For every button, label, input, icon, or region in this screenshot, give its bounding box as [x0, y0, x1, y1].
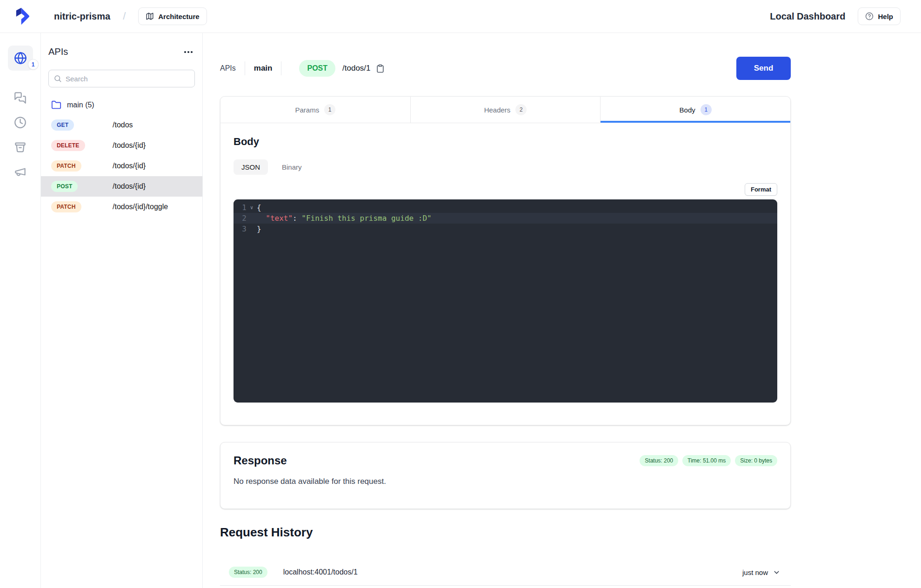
- endpoint-row-get-todos[interactable]: GET /todos: [41, 115, 202, 135]
- code-token: :: [293, 213, 301, 224]
- apis-count-badge: 1: [28, 59, 39, 70]
- breadcrumb-apis[interactable]: APIs: [220, 64, 236, 73]
- response-time-badge: Time: 51.00 ms: [682, 455, 731, 466]
- nitric-logo-icon: [11, 7, 30, 26]
- api-group-label: main (5): [67, 101, 94, 109]
- rail-item-apis[interactable]: 1: [8, 46, 33, 71]
- architecture-button[interactable]: Architecture: [138, 7, 207, 25]
- mode-json-button[interactable]: JSON: [234, 159, 268, 175]
- search-box: [48, 70, 195, 87]
- folder-icon: [51, 100, 61, 110]
- breadcrumb-divider: [281, 61, 281, 75]
- format-button[interactable]: Format: [745, 183, 777, 196]
- help-button[interactable]: Help: [858, 7, 901, 25]
- rail-item-topics[interactable]: [14, 165, 27, 178]
- clock-icon: [14, 116, 27, 129]
- request-method-badge: POST: [299, 60, 335, 77]
- chat-bubbles-icon: [14, 92, 27, 104]
- response-size-badge: Size: 0 bytes: [735, 455, 777, 466]
- line-number: 1: [234, 202, 247, 213]
- method-badge: POST: [51, 181, 78, 192]
- endpoint-path: /todos/{id}: [113, 182, 146, 191]
- response-empty-message: No response data available for this requ…: [234, 477, 777, 486]
- chevron-down-icon: [773, 568, 781, 576]
- rail-item-schedules[interactable]: [14, 116, 27, 129]
- ellipsis-icon: [184, 51, 193, 53]
- code-token: {: [257, 202, 261, 213]
- gutter-spacer: [247, 224, 257, 234]
- history-url: localhost:4001/todos/1: [283, 568, 358, 576]
- endpoint-path: /todos/{id}/toggle: [113, 203, 168, 211]
- tab-headers[interactable]: Headers 2: [411, 97, 601, 123]
- history-status-badge: Status: 200: [229, 567, 267, 578]
- rail-item-websockets[interactable]: [14, 92, 27, 104]
- mode-binary-button[interactable]: Binary: [282, 163, 302, 171]
- help-label: Help: [878, 13, 893, 20]
- method-badge: GET: [51, 119, 74, 131]
- endpoint-row-post-todo[interactable]: POST /todos/{id}: [41, 176, 202, 197]
- endpoint-row-delete-todo[interactable]: DELETE /todos/{id}: [41, 135, 202, 156]
- copy-path-button[interactable]: [376, 64, 385, 73]
- tab-body[interactable]: Body 1: [601, 97, 790, 123]
- icon-rail: 1: [0, 33, 41, 588]
- apis-sidebar: APIs main (5) GET /todos: [41, 33, 203, 588]
- request-tabs: Params 1 Headers 2 Body 1: [220, 97, 790, 123]
- endpoint-path: /todos/{id}: [113, 141, 146, 150]
- sidebar-menu-button[interactable]: [182, 49, 195, 55]
- breadcrumb-api-name[interactable]: main: [254, 64, 273, 73]
- endpoint-row-patch-todo-toggle[interactable]: PATCH /todos/{id}/toggle: [41, 197, 202, 217]
- fold-chevron-icon[interactable]: ∨: [247, 202, 257, 213]
- architecture-label: Architecture: [158, 13, 199, 20]
- code-line-2: 2 "text": "Finish this prisma guide :D": [234, 213, 777, 224]
- history-time: just now: [742, 568, 768, 576]
- search-icon: [53, 74, 62, 83]
- endpoint-path: /todos: [113, 121, 133, 129]
- gutter-spacer: [247, 213, 257, 224]
- help-circle-icon: [865, 12, 874, 20]
- send-button[interactable]: Send: [736, 57, 791, 80]
- breadcrumb: APIs main POST /todos/1: [220, 60, 385, 77]
- nitric-logo: [0, 7, 41, 26]
- code-token-property: "text": [257, 213, 293, 224]
- globe-icon: [14, 52, 27, 65]
- breadcrumb-divider: [245, 61, 245, 75]
- bucket-icon: [14, 141, 27, 153]
- topbar: nitric-prisma / Architecture Local Dashb…: [0, 0, 921, 33]
- search-input[interactable]: [66, 75, 190, 83]
- response-title: Response: [234, 454, 287, 467]
- tab-count-badge: 1: [701, 104, 712, 115]
- main-area: APIs main POST /todos/1 Send: [203, 33, 921, 588]
- tab-label: Params: [295, 106, 319, 114]
- code-line-3: 3 }: [234, 224, 777, 234]
- method-badge: DELETE: [51, 140, 85, 151]
- api-group-main[interactable]: main (5): [48, 100, 195, 110]
- endpoint-path: /todos/{id}: [113, 162, 146, 170]
- tab-label: Body: [680, 106, 695, 114]
- tab-count-badge: 1: [324, 104, 335, 115]
- request-path: /todos/1: [342, 64, 371, 73]
- body-mode-toggle: JSON Binary: [234, 159, 777, 175]
- response-card: Response Status: 200 Time: 51.00 ms Size…: [220, 442, 791, 509]
- body-panel-title: Body: [234, 136, 777, 148]
- history-expand-toggle[interactable]: just now: [742, 568, 781, 576]
- request-bar: APIs main POST /todos/1 Send: [220, 57, 791, 80]
- history-row[interactable]: Status: 200 localhost:4001/todos/1 just …: [220, 559, 791, 586]
- code-line-1: 1 ∨ {: [234, 202, 777, 213]
- line-number: 2: [234, 213, 247, 224]
- request-history-title: Request History: [220, 525, 791, 540]
- endpoint-list: GET /todos DELETE /todos/{id} PATCH /tod…: [41, 115, 202, 217]
- map-icon: [146, 12, 154, 20]
- line-number: 3: [234, 224, 247, 234]
- json-body-editor[interactable]: 1 ∨ { 2 "text": "Finish this prisma guid…: [234, 199, 777, 403]
- method-badge: PATCH: [51, 160, 81, 172]
- method-badge: PATCH: [51, 201, 81, 212]
- endpoint-row-patch-todo[interactable]: PATCH /todos/{id}: [41, 156, 202, 176]
- rail-item-storage[interactable]: [14, 141, 27, 153]
- body-panel: Body JSON Binary Format 1 ∨ {: [220, 123, 790, 415]
- request-card: Params 1 Headers 2 Body 1 Body JS: [220, 96, 791, 425]
- project-name: nitric-prisma: [54, 11, 110, 22]
- megaphone-icon: [14, 165, 27, 178]
- tab-label: Headers: [484, 106, 511, 114]
- tab-params[interactable]: Params 1: [220, 97, 411, 123]
- response-meta: Status: 200 Time: 51.00 ms Size: 0 bytes: [640, 455, 777, 466]
